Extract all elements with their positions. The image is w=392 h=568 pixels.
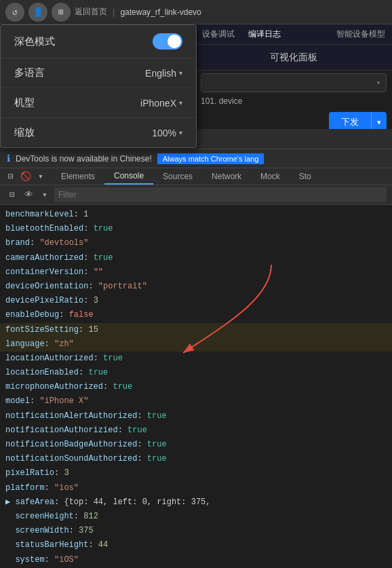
refresh-icon[interactable]: ↺ (5, 3, 24, 22)
language-value: English (145, 68, 176, 79)
tab-compile-log[interactable]: 编译日志 (241, 24, 288, 44)
log-levels-icon[interactable]: ⊟ (5, 188, 19, 202)
console-line: model: "iPhone X" (0, 394, 392, 409)
right-panel-tabs: 设备调试 编译日志 智能设备模型 (195, 24, 392, 45)
console-line: deviceOrientation: "portrait" (0, 280, 392, 294)
filter-input[interactable] (54, 187, 387, 202)
device-type-selector[interactable]: iPhoneX ▾ (140, 98, 182, 109)
sidebar-toggle-icon[interactable]: ⊟ (4, 170, 18, 183)
zoom-value: 100% (152, 128, 176, 138)
console-line: benchmarkLevel: 1 (0, 208, 392, 222)
console-line: cameraAuthorized: true (0, 251, 392, 265)
device-label-text: 101. device (201, 96, 387, 106)
console-line: system: "iOS" (0, 553, 392, 567)
zoom-chevron: ▾ (179, 129, 182, 136)
user-icon[interactable]: 👤 (28, 3, 47, 22)
info-icon: ℹ (7, 153, 10, 164)
language-selector[interactable]: English ▾ (145, 68, 182, 79)
visualize-label: 可视化面板 (270, 52, 317, 64)
console-line: screenHeight: 812 (0, 510, 392, 524)
subtab-mock[interactable]: Mock (251, 169, 290, 184)
console-output: benchmarkLevel: 1bluetoothEnabled: trueb… (0, 205, 392, 568)
language-row: 多语言 English ▾ (1, 58, 196, 88)
console-subtabs: ⊟ 🚫 ▾ Elements Console Sources Network M… (0, 168, 392, 185)
dark-mode-toggle[interactable] (153, 33, 182, 50)
console-line: locationAuthorized: true (0, 352, 392, 366)
console-line: language: "zh" (0, 337, 392, 352)
console-line: ▶ safeArea: {top: 44, left: 0, right: 37… (0, 495, 392, 510)
devtools-area: 调试 编译日志 问题 ℹ DevTools is now available i… (0, 129, 392, 568)
toggle-knob (168, 35, 181, 48)
subtab-console[interactable]: Console (104, 168, 153, 185)
console-line: notificationSoundAuthorized: true (0, 452, 392, 466)
subtab-storage[interactable]: Sto (290, 169, 321, 184)
console-line: locationEnabled: true (0, 366, 392, 380)
language-label: 多语言 (14, 67, 45, 79)
eye-icon[interactable]: 👁 (22, 188, 35, 202)
clear-icon[interactable]: 🚫 (19, 170, 33, 183)
settings-dropdown: 深色模式 多语言 English ▾ 机型 iPhoneX ▾ 缩放 100% … (0, 24, 197, 148)
breadcrumb: 返回首页 | gateway_rf_link-vdevo (75, 6, 201, 18)
grid-icon[interactable]: ⊞ (52, 3, 71, 22)
top-bar-icons: ↺ 👤 ⊞ (5, 3, 71, 22)
notify-action-button[interactable]: Always match Chrome's lang (157, 153, 264, 164)
device-type-label: 机型 (14, 96, 35, 109)
console-line: bluetoothEnabled: true (0, 222, 392, 236)
notify-text: DevTools is now available in Chinese! (16, 154, 152, 164)
zoom-selector[interactable]: 100% ▾ (152, 128, 182, 138)
console-line: notificationAuthorizied: true (0, 423, 392, 438)
filter-bar: ⊟ 👁 ▾ (0, 185, 392, 205)
device-dropdown[interactable]: ▾ (201, 73, 387, 92)
tab-device-debug[interactable]: 设备调试 (195, 24, 241, 44)
console-line: statusBarHeight: 44 (0, 538, 392, 552)
page-title: gateway_rf_link-vdevo (120, 7, 201, 17)
subtab-elements[interactable]: Elements (52, 169, 104, 184)
filter-dropdown-icon[interactable]: ▾ (34, 170, 47, 183)
zoom-row: 缩放 100% ▾ (1, 118, 196, 147)
console-line: notificationAlertAuthorized: true (0, 409, 392, 423)
filter-arrow-icon[interactable]: ▾ (38, 188, 52, 202)
console-line: devicePixelRatio: 3 (0, 294, 392, 308)
console-line: pixelRatio: 3 (0, 466, 392, 480)
subtab-sources[interactable]: Sources (153, 169, 202, 184)
dark-mode-label: 深色模式 (14, 35, 55, 48)
dark-mode-row: 深色模式 (1, 25, 196, 58)
back-label[interactable]: 返回首页 (75, 6, 107, 18)
console-line: platform: "ios" (0, 481, 392, 495)
device-dropdown-chevron: ▾ (376, 79, 380, 87)
console-line: containerVersion: "" (0, 265, 392, 280)
device-chevron: ▾ (179, 99, 182, 107)
device-type-value: iPhoneX (140, 98, 176, 109)
console-line: notificationBadgeAuthorized: true (0, 438, 392, 452)
console-line: screenWidth: 375 (0, 524, 392, 538)
tab-smart-model[interactable]: 智能设备模型 (330, 24, 392, 44)
console-line: enableDebug: false (0, 308, 392, 322)
visualize-panel: 可视化面板 (195, 45, 392, 71)
top-bar: ↺ 👤 ⊞ 返回首页 | gateway_rf_link-vdevo (0, 0, 392, 24)
device-type-row: 机型 iPhoneX ▾ (1, 88, 196, 118)
console-line: brand: "devtools" (0, 236, 392, 250)
zoom-label: 缩放 (14, 126, 35, 139)
subtab-network[interactable]: Network (202, 169, 251, 184)
console-line: microphoneAuthorized: true (0, 380, 392, 394)
console-toolbar-left: ⊟ 🚫 ▾ (0, 170, 52, 183)
devtools-notification: ℹ DevTools is now available in Chinese! … (0, 149, 392, 168)
console-line: fontSizeSetting: 15 (0, 323, 392, 337)
language-chevron: ▾ (179, 69, 182, 77)
